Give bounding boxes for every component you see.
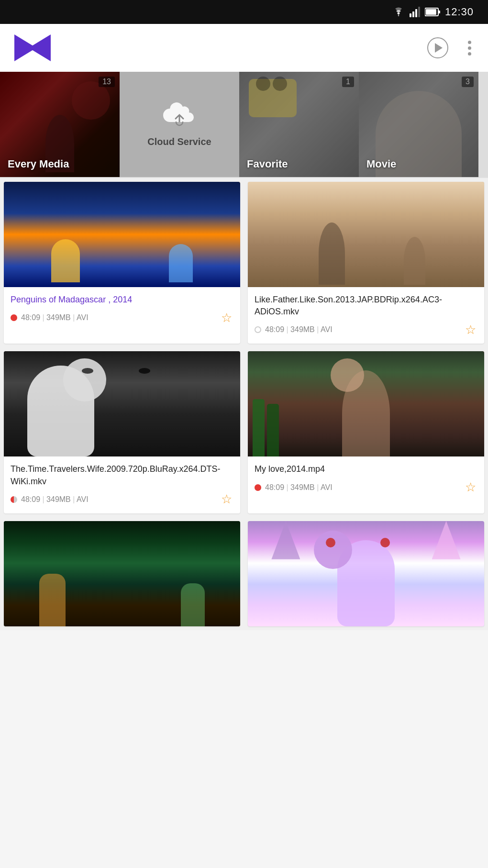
progress-dot-half-3 <box>11 496 17 503</box>
battery-icon <box>425 7 440 17</box>
thumb-timewife <box>4 351 240 456</box>
app-logo <box>14 33 53 62</box>
cloud-service-label: Cloud Service <box>147 136 211 147</box>
category-row: 13 Every Media Cloud Service 1 Favorite <box>0 72 488 177</box>
favorite-label: Favorite <box>247 158 288 170</box>
dot3 <box>468 52 471 56</box>
status-icons: 12:30 <box>392 6 474 18</box>
meta-text-1: 48:09 | 349MB | AVI <box>21 313 215 322</box>
signal-icon <box>410 7 420 17</box>
wifi-icon <box>392 7 405 17</box>
media-meta-3: 48:09 | 349MB | AVI ☆ <box>11 492 233 507</box>
svg-rect-6 <box>426 9 436 15</box>
every-media-overlay: Every Media <box>0 72 120 177</box>
svg-rect-3 <box>418 7 420 17</box>
logo-right-triangle <box>29 34 51 61</box>
media-title-2: Like.Father.Like.Son.2013.JAP.BDRip.x264… <box>255 294 477 318</box>
meta-text-3: 48:09 | 349MB | AVI <box>21 495 215 504</box>
category-favorite[interactable]: 1 Favorite <box>239 72 359 177</box>
media-grid: Penguins of Madagascar , 2014 48:09 | 34… <box>0 178 488 630</box>
play-icon <box>435 43 443 53</box>
media-meta-4: 48:09 | 349MB | AVI ☆ <box>255 480 477 495</box>
media-card-3[interactable]: The.Time.Travelers.Wife.2009.720p.BluRay… <box>4 351 240 513</box>
dot1 <box>468 41 471 44</box>
media-info-2: Like.Father.Like.Son.2013.JAP.BDRip.x264… <box>248 287 484 344</box>
star-icon-1[interactable]: ☆ <box>219 311 233 325</box>
thumb-wizard <box>4 521 240 626</box>
status-bar: 12:30 <box>0 0 488 24</box>
star-icon-3[interactable]: ☆ <box>219 492 233 507</box>
cloud-icon <box>160 102 199 133</box>
progress-dot-red-4 <box>255 484 261 491</box>
media-card-4[interactable]: My love,2014.mp4 48:09 | 349MB | AVI ☆ <box>248 351 484 513</box>
svg-rect-0 <box>410 13 411 17</box>
category-cloud-service[interactable]: Cloud Service <box>120 72 239 177</box>
star-icon-4[interactable]: ☆ <box>463 480 477 495</box>
progress-dot-red-1 <box>11 314 17 321</box>
media-info-4: My love,2014.mp4 48:09 | 349MB | AVI ☆ <box>248 456 484 501</box>
movie-label: Movie <box>366 158 396 170</box>
svg-rect-5 <box>438 11 440 13</box>
media-card-1[interactable]: Penguins of Madagascar , 2014 48:09 | 34… <box>4 182 240 344</box>
play-button[interactable] <box>427 37 448 58</box>
thumb-father <box>248 182 484 287</box>
every-media-label: Every Media <box>8 158 69 170</box>
thumb-pokemon <box>248 521 484 626</box>
svg-rect-1 <box>412 11 414 17</box>
media-title-3: The.Time.Travelers.Wife.2009.720p.BluRay… <box>11 463 233 487</box>
media-card-2[interactable]: Like.Father.Like.Son.2013.JAP.BDRip.x264… <box>248 182 484 344</box>
media-meta-1: 48:09 | 349MB | AVI ☆ <box>11 311 233 325</box>
logo-shape <box>14 33 53 62</box>
thumb-mylove <box>248 351 484 456</box>
thumb-penguins <box>4 182 240 287</box>
meta-text-4: 48:09 | 349MB | AVI <box>265 483 459 492</box>
media-info-3: The.Time.Travelers.Wife.2009.720p.BluRay… <box>4 456 240 513</box>
dot2 <box>468 46 471 50</box>
favorite-overlay: Favorite <box>239 72 359 177</box>
media-card-5[interactable] <box>4 521 240 626</box>
media-title-4: My love,2014.mp4 <box>255 463 477 475</box>
media-card-6[interactable] <box>248 521 484 626</box>
media-info-1: Penguins of Madagascar , 2014 48:09 | 34… <box>4 287 240 332</box>
svg-rect-2 <box>415 9 417 17</box>
status-time: 12:30 <box>445 6 474 18</box>
category-movie[interactable]: 3 Movie <box>359 72 478 177</box>
app-header <box>0 24 488 72</box>
header-actions <box>427 37 474 58</box>
star-icon-2[interactable]: ☆ <box>463 323 477 337</box>
media-meta-2: 48:09 | 349MB | AVI ☆ <box>255 323 477 337</box>
media-title-1: Penguins of Madagascar , 2014 <box>11 294 233 306</box>
meta-text-2: 48:09 | 349MB | AVI <box>265 325 459 334</box>
category-every-media[interactable]: 13 Every Media <box>0 72 120 177</box>
movie-overlay: Movie <box>359 72 478 177</box>
more-options-button[interactable] <box>466 38 474 58</box>
progress-dot-empty-2 <box>255 326 261 333</box>
